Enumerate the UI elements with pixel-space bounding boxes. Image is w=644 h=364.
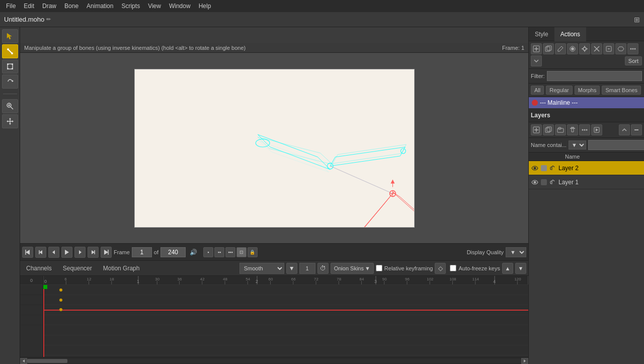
layer-row-layer2[interactable]: Layer 2 <box>529 161 644 175</box>
svg-marker-51 <box>618 47 624 51</box>
name-filter-input[interactable] <box>588 140 644 150</box>
layer-row-layer1[interactable]: Layer 1 <box>529 175 644 189</box>
view-mode-1[interactable]: ▪ <box>203 247 213 257</box>
tool-select[interactable] <box>2 29 18 43</box>
sequencer-tab[interactable]: Sequencer <box>59 264 96 273</box>
tool-pan[interactable] <box>2 114 18 128</box>
view-lock[interactable]: 🔒 <box>248 247 258 257</box>
prev-frame-btn[interactable] <box>48 247 59 258</box>
filter-tab-smart-bones[interactable]: Smart Bones <box>602 86 641 95</box>
layer2-eye-toggle[interactable] <box>531 164 539 172</box>
menu-draw[interactable]: Draw <box>38 0 60 12</box>
layout-toggle-icon[interactable]: ⊞ <box>634 16 640 24</box>
keyframe-icon-btn[interactable]: ◇ <box>435 263 446 274</box>
svg-marker-71 <box>26 250 30 255</box>
total-frames-input[interactable] <box>160 247 186 257</box>
actions-delete-btn[interactable] <box>591 43 602 54</box>
view-mode-3[interactable]: ▪▪▪ <box>225 247 235 257</box>
autofreeze-toggle[interactable]: Auto-freeze keys <box>450 265 500 271</box>
channels-tab[interactable]: Channels <box>22 264 56 273</box>
layers-add-btn[interactable] <box>531 124 542 135</box>
layer2-lock-toggle[interactable] <box>540 165 547 172</box>
actions-record-btn[interactable] <box>567 43 578 54</box>
actions-collapse-btn[interactable] <box>531 55 542 66</box>
go-to-start-btn[interactable] <box>22 247 33 258</box>
go-to-end-btn[interactable] <box>101 247 112 258</box>
filter-input[interactable] <box>547 71 642 81</box>
tab-style[interactable]: Style <box>529 27 554 41</box>
next-keyframe-btn[interactable] <box>88 247 99 258</box>
actions-edit-btn[interactable] <box>555 43 566 54</box>
interpolation-type-select[interactable]: Smooth Linear Ease In/Out Stepped <box>239 263 284 274</box>
actions-import-btn[interactable] <box>615 43 626 54</box>
layer2-link-icon <box>549 164 557 172</box>
tl-arrow-down[interactable]: ▼ <box>515 263 526 274</box>
tab-actions[interactable]: Actions <box>554 27 586 41</box>
sort-button[interactable]: Sort <box>625 56 642 65</box>
scroll-thumb[interactable] <box>27 359 67 363</box>
layers-scroll-indicator[interactable] <box>631 124 642 135</box>
layer1-lock-toggle[interactable] <box>540 179 547 186</box>
layers-delete-btn[interactable] <box>567 124 578 135</box>
svg-text:1: 1 <box>137 279 139 284</box>
scroll-left-btn[interactable] <box>20 358 27 364</box>
play-btn[interactable] <box>61 247 72 258</box>
menu-scripts[interactable]: Scripts <box>117 0 144 12</box>
svg-text:3: 3 <box>374 279 377 284</box>
layers-scroll-up[interactable] <box>619 124 630 135</box>
svg-text:2: 2 <box>256 279 258 284</box>
actions-more-btn[interactable] <box>627 43 638 54</box>
menu-edit[interactable]: Edit <box>20 0 38 12</box>
next-frame-btn[interactable] <box>74 247 86 258</box>
onion-skins-clock-icon[interactable]: ⏱ <box>317 263 329 274</box>
layers-render-btn[interactable] <box>591 124 602 135</box>
filter-tab-all[interactable]: All <box>531 86 544 95</box>
menu-help[interactable]: Help <box>195 0 215 12</box>
svg-marker-21 <box>330 147 405 166</box>
menu-bone[interactable]: Bone <box>60 0 83 12</box>
frame-input[interactable] <box>132 247 152 257</box>
motion-graph-tab[interactable]: Motion Graph <box>99 264 144 273</box>
layers-duplicate-btn[interactable] <box>543 124 554 135</box>
actions-settings-btn[interactable] <box>579 43 590 54</box>
svg-line-10 <box>11 107 13 109</box>
interp-value-input[interactable] <box>299 263 315 274</box>
view-fit[interactable]: ⊡ <box>236 247 247 257</box>
edit-title-icon[interactable]: ✏ <box>46 16 51 23</box>
relative-keyframing-toggle[interactable]: Relative keyframing <box>376 265 433 271</box>
layers-group-btn[interactable] <box>555 124 566 135</box>
svg-marker-132 <box>23 359 25 362</box>
svg-marker-13 <box>9 118 11 119</box>
tl-arrow-up[interactable]: ▲ <box>502 263 513 274</box>
actions-duplicate-btn[interactable] <box>543 43 554 54</box>
mainline-row[interactable]: --- Mainline --- <box>529 97 644 108</box>
onion-skins-btn[interactable]: Onion Skins ▼ <box>331 263 374 274</box>
name-filter-dropdown[interactable]: ▼ <box>569 140 586 150</box>
tool-rotate[interactable] <box>2 75 18 89</box>
menu-animation[interactable]: Animation <box>83 0 117 12</box>
autofreeze-checkbox[interactable] <box>450 265 456 271</box>
prev-keyframe-btn[interactable] <box>35 247 46 258</box>
menu-window[interactable]: Window <box>165 0 195 12</box>
view-mode-2[interactable]: ▪▪ <box>214 247 224 257</box>
filter-tab-morphs[interactable]: Morphs <box>575 86 600 95</box>
layers-more-btn[interactable] <box>579 124 590 135</box>
svg-text:78: 78 <box>337 277 341 281</box>
menu-file[interactable]: File <box>2 0 20 12</box>
tool-bone-manipulate[interactable] <box>2 44 18 58</box>
layer1-eye-toggle[interactable] <box>531 178 539 186</box>
relative-keyframing-checkbox[interactable] <box>376 265 382 271</box>
menu-view[interactable]: View <box>144 0 165 12</box>
volume-btn[interactable]: 🔊 <box>190 249 197 256</box>
actions-add-btn[interactable] <box>531 43 542 54</box>
scroll-right-btn[interactable] <box>521 358 528 364</box>
filter-tab-regular[interactable]: Regular <box>546 86 573 95</box>
animation-canvas[interactable] <box>134 69 415 228</box>
tool-zoom[interactable] <box>2 99 18 113</box>
scroll-track[interactable] <box>27 359 521 363</box>
right-panel: Style Actions <box>528 27 644 364</box>
tool-transform[interactable] <box>2 59 18 74</box>
smooth-dropdown-btn[interactable]: ▼ <box>286 263 297 274</box>
actions-export-btn[interactable] <box>603 43 614 54</box>
display-quality-select[interactable]: ▼ <box>506 247 526 257</box>
